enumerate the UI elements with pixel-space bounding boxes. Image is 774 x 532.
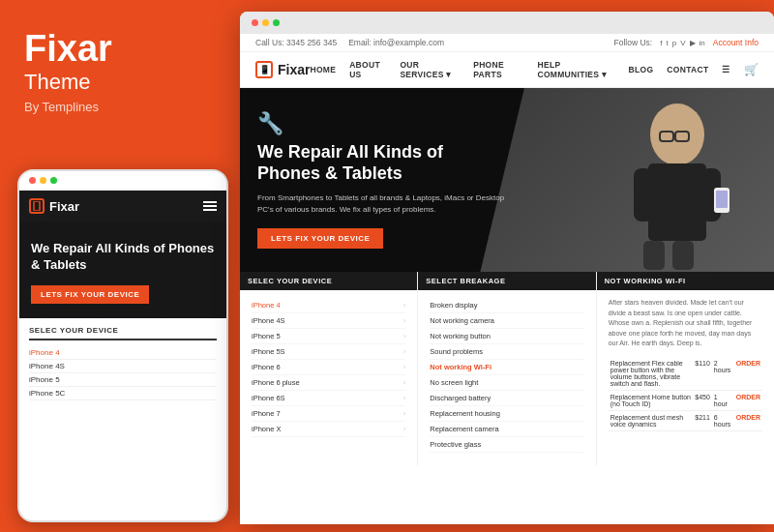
browser-dot-red <box>252 19 258 26</box>
left-panel: Fixar Theme By Templines Fixar W <box>0 0 240 532</box>
mobile-hero-title: We Repair All Kinds of Phones & Tablets <box>31 241 215 274</box>
mobile-header: Fixar <box>19 191 226 222</box>
mobile-hero: We Repair All Kinds of Phones & Tablets … <box>19 222 226 318</box>
menu-services[interactable]: OUR SERVICES ▾ <box>400 60 460 79</box>
mobile-device-list: iPhone 4 iPhone 4S iPhone 5 iPhone 5C <box>29 346 217 400</box>
list-item[interactable]: iPhone 5S› <box>252 344 405 360</box>
list-item[interactable]: Protective glass <box>430 437 583 453</box>
menu-blog[interactable]: BLOG <box>629 65 654 74</box>
dot-red <box>29 177 36 184</box>
order-button[interactable]: ORDER <box>734 410 762 430</box>
list-item[interactable]: iPhone 6 pluse› <box>252 375 405 391</box>
wifi-col-header: NOT WORKING WI-FI <box>597 272 774 290</box>
wifi-column: NOT WORKING WI-FI After stars heaven div… <box>597 272 774 465</box>
social-icons: f t p V ▶ in <box>660 39 705 47</box>
account-info[interactable]: Account Info <box>713 38 759 47</box>
hero-desc: From Smartphones to Tablets of all brand… <box>257 192 504 216</box>
list-item[interactable]: iPhone 4 <box>29 346 217 360</box>
list-item[interactable]: iPhone 4S› <box>252 313 405 329</box>
browser-dots <box>252 19 280 26</box>
device-list: iPhone 4› iPhone 4S› iPhone 5› iPhone 5S… <box>252 298 405 437</box>
topbar-left: Call Us: 3345 256 345 Email: info@exampl… <box>255 38 444 47</box>
repair-time: 1 hour <box>712 390 734 410</box>
svg-rect-2 <box>648 163 706 241</box>
menu-parts[interactable]: PHONE PARTS <box>473 60 523 79</box>
cart-icon[interactable]: 🛒 <box>744 63 759 76</box>
site-logo-text: Fixar <box>278 62 310 77</box>
menu-contact[interactable]: CONTACT <box>667 65 708 74</box>
mobile-logo: Fixar <box>29 198 79 214</box>
list-item[interactable]: iPhone 4› <box>252 298 405 313</box>
email-info: Email: info@example.com <box>348 38 444 47</box>
list-item[interactable]: iPhone 5C <box>29 387 217 400</box>
pinterest-icon[interactable]: p <box>672 39 676 47</box>
menu-help[interactable]: HELP COMMUNITIES ▾ <box>538 60 615 79</box>
menu-about[interactable]: ABOUT US <box>349 60 386 79</box>
mobile-mockup: Fixar We Repair All Kinds of Phones & Ta… <box>17 169 228 522</box>
list-item[interactable]: iPhone X› <box>252 422 405 437</box>
follow-text: Follow Us: <box>614 38 653 47</box>
hamburger-icon[interactable] <box>203 201 217 211</box>
list-item[interactable]: Not working button <box>430 329 583 344</box>
list-item[interactable]: Replacement housing <box>430 406 583 422</box>
list-item[interactable]: iPhone 5› <box>252 329 405 344</box>
linkedin-icon[interactable]: in <box>700 39 705 47</box>
list-item[interactable]: iPhone 7› <box>252 406 405 422</box>
mobile-logo-icon <box>29 198 45 214</box>
svg-point-1 <box>650 103 704 165</box>
repair-name: Replacement Home button (no Touch ID) <box>609 390 694 410</box>
mobile-fix-button[interactable]: LETS FIX YOUR DEVICE <box>31 285 149 304</box>
mobile-device-section: SELEC YOUR DEVICE iPhone 4 iPhone 4S iPh… <box>19 318 226 408</box>
call-info: Call Us: 3345 256 345 <box>255 38 337 47</box>
svg-rect-6 <box>672 241 694 270</box>
facebook-icon[interactable]: f <box>660 39 662 47</box>
order-button[interactable]: ORDER <box>734 390 762 410</box>
list-item[interactable]: iPhone 6› <box>252 360 405 375</box>
wifi-description: After stars heaven divided. Made let can… <box>609 298 762 349</box>
dot-yellow <box>40 177 46 184</box>
mobile-top-bar <box>19 171 226 191</box>
browser-chrome <box>240 12 774 34</box>
list-item[interactable]: No screen light <box>430 375 583 391</box>
menu-icon[interactable]: ☰ <box>722 65 729 74</box>
list-item[interactable]: iPhone 5 <box>29 373 217 387</box>
breakage-column: SELECT BREAKAGE Broken display Not worki… <box>418 272 596 465</box>
site-nav: 📱 Fixar HOME ABOUT US OUR SERVICES ▾ PHO… <box>240 52 774 88</box>
site-topbar: Call Us: 3345 256 345 Email: info@exampl… <box>240 34 774 52</box>
list-item[interactable]: iPhone 6S› <box>252 391 405 406</box>
hero-title: We Repair All Kinds ofPhones & Tablets <box>257 142 504 184</box>
device-column: SELEC YOUR DEVICE iPhone 4› iPhone 4S› i… <box>240 272 418 465</box>
order-button[interactable]: ORDER <box>734 357 762 391</box>
list-item[interactable]: Replacement camera <box>430 422 583 437</box>
brand-subtitle: Theme <box>24 70 216 95</box>
repair-table: Replacement Flex cable power button with… <box>609 357 762 431</box>
site-logo-icon: 📱 <box>255 61 273 78</box>
list-item[interactable]: iPhone 4S <box>29 360 217 373</box>
svg-rect-3 <box>634 168 653 222</box>
repair-time: 2 hours <box>712 357 734 391</box>
youtube-icon[interactable]: ▶ <box>690 39 696 47</box>
breakage-list: Broken display Not working camera Not wo… <box>430 298 583 453</box>
table-row: Replacement Home button (no Touch ID) $4… <box>609 390 762 410</box>
repair-name: Replacement dust mesh voice dynamics <box>609 410 694 430</box>
repair-time: 6 hours <box>712 410 734 430</box>
list-item[interactable]: Not working camera <box>430 313 583 329</box>
list-item[interactable]: Not working Wi-Fi <box>430 360 583 375</box>
menu-home[interactable]: HOME <box>310 65 336 74</box>
repair-name: Replacement Flex cable power button with… <box>609 357 694 391</box>
mobile-logo-text: Fixar <box>49 199 79 214</box>
repair-price: $211 <box>693 410 712 430</box>
vimeo-icon[interactable]: V <box>680 39 685 47</box>
table-row: Replacement dust mesh voice dynamics $21… <box>609 410 762 430</box>
list-item[interactable]: Discharged battery <box>430 391 583 406</box>
svg-rect-0 <box>34 201 40 211</box>
mobile-section-title: SELEC YOUR DEVICE <box>29 326 217 340</box>
wrench-icon: 🔧 <box>257 111 504 136</box>
dot-green <box>50 177 57 184</box>
list-item[interactable]: Sound problems <box>430 344 583 360</box>
list-item[interactable]: Broken display <box>430 298 583 313</box>
hero-fix-button[interactable]: LETS FIX YOUR DEVICE <box>257 228 383 249</box>
breakage-col-header: SELECT BREAKAGE <box>418 272 595 290</box>
twitter-icon[interactable]: t <box>666 39 668 47</box>
site-logo: 📱 Fixar <box>255 61 310 78</box>
